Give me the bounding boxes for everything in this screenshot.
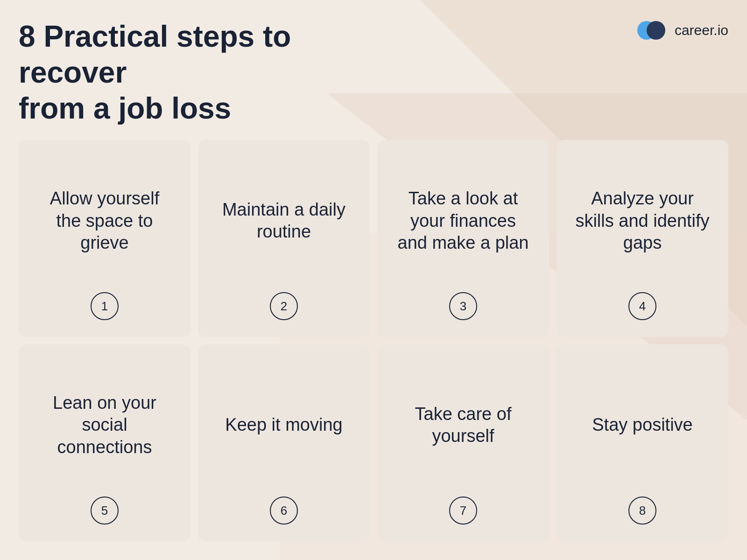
step-number-4: 4 (628, 292, 656, 320)
step-card-6: Keep it moving6 (198, 344, 370, 541)
step-number-5: 5 (91, 497, 119, 525)
step-number-2: 2 (270, 292, 298, 320)
step-number-1: 1 (91, 292, 119, 320)
step-card-1: Allow yourself the space to grieve1 (19, 140, 190, 337)
page-title: 8 Practical steps to recover from a job … (19, 19, 345, 126)
page-header: 8 Practical steps to recover from a job … (19, 19, 728, 126)
main-container: 8 Practical steps to recover from a job … (0, 0, 747, 560)
step-text-5: Lean on your social connections (35, 363, 174, 487)
step-number-8: 8 (628, 497, 656, 525)
logo: career.io (636, 19, 728, 42)
step-text-7: Take care of yourself (394, 363, 532, 487)
step-card-5: Lean on your social connections5 (19, 344, 190, 541)
step-text-1: Allow yourself the space to grieve (35, 159, 174, 283)
step-card-7: Take care of yourself7 (377, 344, 549, 541)
step-text-3: Take a look at your finances and make a … (394, 159, 532, 283)
step-text-2: Maintain a daily routine (215, 159, 353, 283)
step-text-4: Analyze your skills and identify gaps (573, 159, 712, 283)
step-card-2: Maintain a daily routine2 (198, 140, 370, 337)
svg-point-4 (647, 21, 665, 40)
step-card-3: Take a look at your finances and make a … (377, 140, 549, 337)
step-number-6: 6 (270, 497, 298, 525)
step-number-3: 3 (449, 292, 477, 320)
step-number-7: 7 (449, 497, 477, 525)
logo-icon (636, 19, 669, 42)
steps-grid: Allow yourself the space to grieve1Maint… (19, 140, 728, 541)
step-text-8: Stay positive (573, 363, 712, 487)
step-card-8: Stay positive8 (557, 344, 728, 541)
step-text-6: Keep it moving (215, 363, 353, 487)
logo-text: career.io (675, 22, 728, 38)
step-card-4: Analyze your skills and identify gaps4 (557, 140, 728, 337)
